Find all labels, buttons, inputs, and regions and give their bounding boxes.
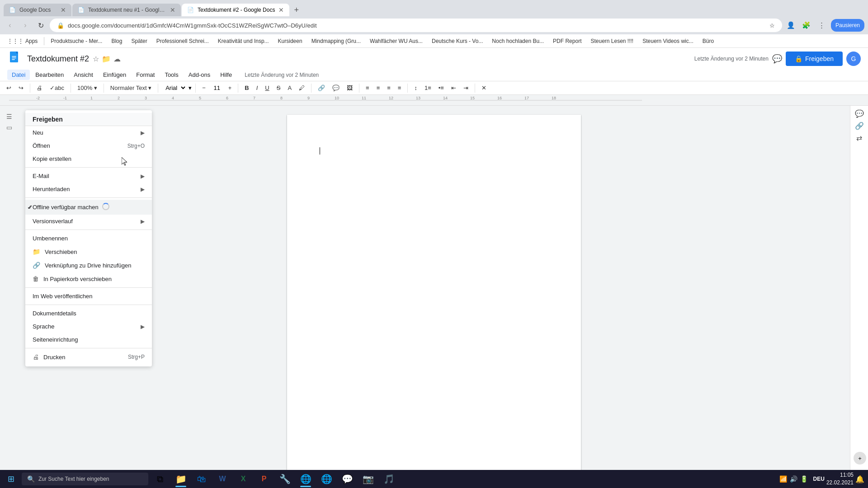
- comment-button[interactable]: 💬: [330, 84, 342, 92]
- star-icon[interactable]: ☆: [769, 22, 775, 29]
- bookmark-6[interactable]: Kursideen: [274, 37, 306, 45]
- taskbar-app-6[interactable]: 🔧: [275, 470, 295, 488]
- menu-item-verschieben[interactable]: 📁 Verschieben: [25, 245, 152, 258]
- bookmark-10[interactable]: Noch hochladen Bu...: [488, 37, 547, 45]
- pausieren-button[interactable]: Pausieren: [831, 19, 864, 32]
- align-right-button[interactable]: ≡: [384, 84, 393, 92]
- start-button[interactable]: ⊞: [0, 470, 22, 488]
- undo-button[interactable]: ↩: [4, 84, 14, 92]
- bookmark-14[interactable]: Büro: [699, 37, 717, 45]
- reload-button[interactable]: ↻: [34, 19, 47, 32]
- network-icon[interactable]: 📶: [779, 475, 787, 483]
- share-button[interactable]: 🔒 Freigeben: [786, 52, 843, 66]
- tab-2[interactable]: 📄 Textdokument neu #1 - Google ... ✕: [72, 4, 181, 16]
- menu-item-kopie[interactable]: Kopie erstellen: [25, 152, 152, 165]
- menu-datei[interactable]: Datei: [7, 70, 30, 80]
- tab-1-close[interactable]: ✕: [61, 6, 66, 14]
- taskbar-app-spotify[interactable]: 🎵: [379, 470, 399, 488]
- bookmark-4[interactable]: Professionell Schrei...: [153, 37, 212, 45]
- extensions-icon[interactable]: 🧩: [800, 19, 813, 32]
- menu-item-drucken[interactable]: 🖨 Drucken Strg+P: [25, 350, 152, 364]
- address-bar[interactable]: 🔒 docs.google.com/document/d/1dGmfcW4CmW…: [50, 19, 782, 32]
- menu-hilfe[interactable]: Hilfe: [216, 70, 236, 80]
- taskbar-search[interactable]: 🔍 Zur Suche Text hier eingeben: [22, 473, 148, 485]
- menu-item-versionsverlauf[interactable]: Versionsverlauf ▶: [25, 215, 152, 228]
- menu-addons[interactable]: Add-ons: [184, 70, 215, 80]
- menu-item-verknuepfung[interactable]: 🔗 Verknüpfung zu Drive hinzufügen: [25, 258, 152, 272]
- tab-3[interactable]: 📄 Textdokument #2 - Google Docs ✕: [182, 4, 289, 16]
- zoom-button[interactable]: 100% ▾: [75, 84, 100, 92]
- indent-decrease-button[interactable]: ⇤: [448, 84, 459, 92]
- tab-2-close[interactable]: ✕: [170, 6, 175, 14]
- taskbar-app-word[interactable]: W: [212, 470, 232, 488]
- menu-item-email[interactable]: E-Mail ▶: [25, 169, 152, 183]
- font-size-decrease[interactable]: −: [199, 84, 208, 92]
- clear-format-button[interactable]: ✕: [479, 84, 489, 92]
- menu-einfuegen[interactable]: Einfügen: [99, 70, 131, 80]
- taskbar-clock[interactable]: 11:05 22.02.2021: [826, 471, 854, 487]
- account-icon[interactable]: 👤: [785, 19, 797, 32]
- strikethrough-button[interactable]: S: [274, 84, 283, 92]
- menu-item-veroeffentlichen[interactable]: Im Web veröffentlichen: [25, 290, 152, 303]
- taskbar-app-chrome[interactable]: 🌐: [296, 470, 316, 488]
- indent-increase-button[interactable]: ⇥: [461, 84, 471, 92]
- new-tab-button[interactable]: +: [290, 5, 302, 15]
- bookmark-7[interactable]: Mindmapping (Gru...: [308, 37, 364, 45]
- cloud-icon[interactable]: ☁: [113, 55, 121, 63]
- sidebar-comments-icon[interactable]: 💬: [855, 109, 864, 118]
- taskbar-app-edge[interactable]: 🌐: [316, 470, 336, 488]
- bookmark-5[interactable]: Kreativität und Insp...: [214, 37, 273, 45]
- line-spacing-button[interactable]: ↕: [411, 84, 420, 92]
- font-size-input[interactable]: [210, 84, 224, 91]
- battery-icon[interactable]: 🔋: [800, 475, 808, 483]
- outline-icon[interactable]: ☰: [6, 113, 12, 120]
- font-size-increase[interactable]: +: [226, 84, 235, 92]
- justify-button[interactable]: ≡: [395, 84, 404, 92]
- menu-item-papierkorb[interactable]: 🗑 In Papierkorb verschieben: [25, 272, 152, 286]
- spellcheck-button[interactable]: ✓abc: [47, 84, 67, 92]
- notification-icon[interactable]: 🔔: [855, 475, 864, 483]
- taskbar-app-taskview[interactable]: ⧉: [150, 470, 170, 488]
- folder-icon[interactable]: 📁: [102, 55, 111, 63]
- print-button[interactable]: 🖨: [34, 84, 45, 92]
- italic-button[interactable]: I: [254, 84, 261, 92]
- underline-button[interactable]: U: [262, 84, 272, 92]
- bookmark-9[interactable]: Deutsche Kurs - Vo...: [428, 37, 486, 45]
- menu-format[interactable]: Format: [132, 70, 159, 80]
- bookmark-3[interactable]: Später: [127, 37, 151, 45]
- bookmark-8[interactable]: Wahlfächer WU Aus...: [366, 37, 426, 45]
- taskbar-app-store[interactable]: 🛍: [192, 470, 212, 488]
- bold-button[interactable]: B: [242, 84, 251, 92]
- left-tool-2[interactable]: ▭: [6, 124, 12, 131]
- sidebar-links-icon[interactable]: 🔗: [855, 122, 864, 130]
- menu-item-offline[interactable]: ✓ Offline verfügbar machen: [25, 200, 152, 215]
- nav-down-button[interactable]: +: [854, 452, 866, 465]
- menu-item-herunterladen[interactable]: Herunterladen ▶: [25, 183, 152, 196]
- bookmark-12[interactable]: Steuern Lesen !!!!: [587, 37, 637, 45]
- image-button[interactable]: 🖼: [344, 84, 355, 92]
- user-avatar[interactable]: G: [846, 52, 861, 66]
- link-button[interactable]: 🔗: [315, 84, 328, 92]
- font-selector[interactable]: Arial: [162, 83, 187, 93]
- back-button[interactable]: ‹: [4, 19, 16, 32]
- sidebar-arrows-icon[interactable]: ⇄: [856, 134, 862, 142]
- tab-1[interactable]: 📄 Google Docs ✕: [4, 4, 71, 16]
- doc-page[interactable]: [287, 115, 581, 474]
- menu-item-seiteneinrichtung[interactable]: Seiteneinrichtung: [25, 333, 152, 346]
- taskbar-app-10[interactable]: 📷: [358, 470, 378, 488]
- bookmark-2[interactable]: Blog: [108, 37, 126, 45]
- forward-button[interactable]: ›: [19, 19, 32, 32]
- style-select[interactable]: Normaler Text ▾: [108, 84, 154, 92]
- bookmark-11[interactable]: PDF Report: [549, 37, 585, 45]
- taskbar-app-explorer[interactable]: 📁: [171, 470, 191, 488]
- menu-item-dokumentdetails[interactable]: Dokumentdetails: [25, 307, 152, 320]
- numbered-list-button[interactable]: 1≡: [422, 84, 434, 92]
- redo-button[interactable]: ↪: [16, 84, 26, 92]
- bullet-list-button[interactable]: •≡: [436, 84, 447, 92]
- align-center-button[interactable]: ≡: [374, 84, 383, 92]
- menu-item-sprache[interactable]: Sprache ▶: [25, 320, 152, 333]
- taskbar-app-excel[interactable]: X: [233, 470, 253, 488]
- bookmark-13[interactable]: Steuern Videos wic...: [639, 37, 697, 45]
- menu-ansicht[interactable]: Ansicht: [69, 70, 98, 80]
- highlight-button[interactable]: 🖊: [296, 84, 307, 92]
